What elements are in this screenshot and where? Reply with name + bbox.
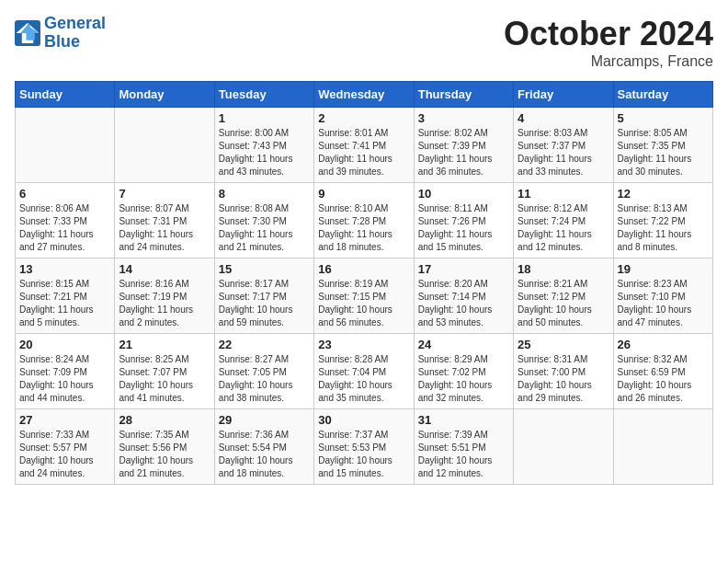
day-number: 4	[518, 111, 609, 125]
calendar-cell: 13Sunrise: 8:15 AM Sunset: 7:21 PM Dayli…	[16, 259, 115, 334]
day-number: 17	[418, 262, 509, 276]
weekday-header-row: SundayMondayTuesdayWednesdayThursdayFrid…	[16, 82, 713, 108]
cell-info: Sunrise: 8:10 AM Sunset: 7:28 PM Dayligh…	[318, 202, 409, 254]
cell-info: Sunrise: 8:17 AM Sunset: 7:17 PM Dayligh…	[219, 278, 310, 329]
day-number: 9	[318, 187, 409, 201]
weekday-header-saturday: Saturday	[613, 82, 712, 108]
day-number: 25	[518, 338, 609, 351]
calendar-week-3: 13Sunrise: 8:15 AM Sunset: 7:21 PM Dayli…	[16, 259, 713, 334]
day-number: 13	[19, 262, 110, 276]
day-number: 6	[19, 187, 110, 201]
location: Marcamps, France	[504, 53, 713, 70]
day-number: 7	[119, 187, 210, 201]
cell-info: Sunrise: 8:20 AM Sunset: 7:14 PM Dayligh…	[418, 278, 509, 329]
cell-info: Sunrise: 8:23 AM Sunset: 7:10 PM Dayligh…	[618, 278, 709, 329]
cell-info: Sunrise: 8:01 AM Sunset: 7:41 PM Dayligh…	[318, 127, 409, 178]
day-number: 16	[318, 262, 409, 276]
weekday-header-friday: Friday	[514, 82, 613, 108]
calendar-cell: 26Sunrise: 8:32 AM Sunset: 6:59 PM Dayli…	[613, 334, 712, 409]
day-number: 31	[418, 413, 509, 427]
day-number: 26	[618, 338, 709, 351]
calendar-cell: 23Sunrise: 8:28 AM Sunset: 7:04 PM Dayli…	[314, 334, 414, 409]
calendar-cell: 31Sunrise: 7:39 AM Sunset: 5:51 PM Dayli…	[414, 409, 513, 485]
day-number: 18	[518, 262, 609, 276]
day-number: 1	[219, 111, 310, 125]
cell-info: Sunrise: 7:33 AM Sunset: 5:57 PM Dayligh…	[19, 429, 110, 480]
logo-line1: General	[44, 15, 106, 33]
cell-info: Sunrise: 8:07 AM Sunset: 7:31 PM Dayligh…	[119, 202, 210, 254]
day-number: 20	[19, 338, 110, 351]
calendar-cell: 24Sunrise: 8:29 AM Sunset: 7:02 PM Dayli…	[414, 334, 513, 409]
calendar-cell: 18Sunrise: 8:21 AM Sunset: 7:12 PM Dayli…	[514, 259, 613, 334]
weekday-header-monday: Monday	[115, 82, 214, 108]
cell-info: Sunrise: 7:37 AM Sunset: 5:53 PM Dayligh…	[318, 429, 409, 480]
day-number: 12	[618, 187, 709, 201]
calendar-cell	[16, 108, 115, 183]
day-number: 28	[119, 413, 210, 427]
calendar-week-5: 27Sunrise: 7:33 AM Sunset: 5:57 PM Dayli…	[16, 409, 713, 485]
title-block: October 2024 Marcamps, France	[504, 15, 713, 70]
calendar-cell: 14Sunrise: 8:16 AM Sunset: 7:19 PM Dayli…	[115, 259, 214, 334]
calendar-cell: 17Sunrise: 8:20 AM Sunset: 7:14 PM Dayli…	[414, 259, 513, 334]
cell-info: Sunrise: 8:25 AM Sunset: 7:07 PM Dayligh…	[119, 353, 210, 405]
calendar-week-2: 6Sunrise: 8:06 AM Sunset: 7:33 PM Daylig…	[16, 183, 713, 259]
calendar-cell: 10Sunrise: 8:11 AM Sunset: 7:26 PM Dayli…	[414, 183, 513, 259]
calendar-cell: 9Sunrise: 8:10 AM Sunset: 7:28 PM Daylig…	[314, 183, 414, 259]
month-title: October 2024	[504, 15, 713, 53]
day-number: 8	[219, 187, 310, 201]
cell-info: Sunrise: 7:35 AM Sunset: 5:56 PM Dayligh…	[119, 429, 210, 480]
day-number: 23	[318, 338, 409, 351]
cell-info: Sunrise: 8:21 AM Sunset: 7:12 PM Dayligh…	[518, 278, 609, 329]
calendar-cell: 28Sunrise: 7:35 AM Sunset: 5:56 PM Dayli…	[115, 409, 214, 485]
calendar-cell: 20Sunrise: 8:24 AM Sunset: 7:09 PM Dayli…	[16, 334, 115, 409]
cell-info: Sunrise: 8:11 AM Sunset: 7:26 PM Dayligh…	[418, 202, 509, 254]
calendar-cell: 8Sunrise: 8:08 AM Sunset: 7:30 PM Daylig…	[214, 183, 313, 259]
cell-info: Sunrise: 8:06 AM Sunset: 7:33 PM Dayligh…	[19, 202, 110, 254]
calendar-cell	[613, 409, 712, 485]
cell-info: Sunrise: 8:32 AM Sunset: 6:59 PM Dayligh…	[618, 353, 709, 405]
day-number: 5	[618, 111, 709, 125]
calendar-table: SundayMondayTuesdayWednesdayThursdayFrid…	[15, 81, 713, 485]
weekday-header-sunday: Sunday	[16, 82, 115, 108]
calendar-cell: 3Sunrise: 8:02 AM Sunset: 7:39 PM Daylig…	[414, 108, 513, 183]
cell-info: Sunrise: 7:39 AM Sunset: 5:51 PM Dayligh…	[418, 429, 509, 480]
day-number: 3	[418, 111, 509, 125]
cell-info: Sunrise: 8:24 AM Sunset: 7:09 PM Dayligh…	[19, 353, 110, 405]
day-number: 15	[219, 262, 310, 276]
day-number: 29	[219, 413, 310, 427]
cell-info: Sunrise: 8:03 AM Sunset: 7:37 PM Dayligh…	[518, 127, 609, 178]
calendar-cell: 22Sunrise: 8:27 AM Sunset: 7:05 PM Dayli…	[214, 334, 313, 409]
cell-info: Sunrise: 8:27 AM Sunset: 7:05 PM Dayligh…	[219, 353, 310, 405]
cell-info: Sunrise: 8:13 AM Sunset: 7:22 PM Dayligh…	[618, 202, 709, 254]
cell-info: Sunrise: 8:00 AM Sunset: 7:43 PM Dayligh…	[219, 127, 310, 178]
cell-info: Sunrise: 8:02 AM Sunset: 7:39 PM Dayligh…	[418, 127, 509, 178]
day-number: 11	[518, 187, 609, 201]
weekday-header-wednesday: Wednesday	[314, 82, 414, 108]
cell-info: Sunrise: 7:36 AM Sunset: 5:54 PM Dayligh…	[219, 429, 310, 480]
calendar-week-4: 20Sunrise: 8:24 AM Sunset: 7:09 PM Dayli…	[16, 334, 713, 409]
logo: General Blue	[15, 15, 106, 52]
cell-info: Sunrise: 8:28 AM Sunset: 7:04 PM Dayligh…	[318, 353, 409, 405]
cell-info: Sunrise: 8:05 AM Sunset: 7:35 PM Dayligh…	[618, 127, 709, 178]
calendar-cell: 7Sunrise: 8:07 AM Sunset: 7:31 PM Daylig…	[115, 183, 214, 259]
calendar-cell: 5Sunrise: 8:05 AM Sunset: 7:35 PM Daylig…	[613, 108, 712, 183]
cell-info: Sunrise: 8:12 AM Sunset: 7:24 PM Dayligh…	[518, 202, 609, 254]
day-number: 19	[618, 262, 709, 276]
day-number: 14	[119, 262, 210, 276]
calendar-cell: 19Sunrise: 8:23 AM Sunset: 7:10 PM Dayli…	[613, 259, 712, 334]
cell-info: Sunrise: 8:16 AM Sunset: 7:19 PM Dayligh…	[119, 278, 210, 329]
calendar-cell: 2Sunrise: 8:01 AM Sunset: 7:41 PM Daylig…	[314, 108, 414, 183]
calendar-cell: 15Sunrise: 8:17 AM Sunset: 7:17 PM Dayli…	[214, 259, 313, 334]
logo-icon	[15, 20, 40, 46]
calendar-cell	[514, 409, 613, 485]
day-number: 30	[318, 413, 409, 427]
cell-info: Sunrise: 8:31 AM Sunset: 7:00 PM Dayligh…	[518, 353, 609, 405]
calendar-week-1: 1Sunrise: 8:00 AM Sunset: 7:43 PM Daylig…	[16, 108, 713, 183]
logo-line2: Blue	[44, 33, 106, 52]
calendar-cell: 6Sunrise: 8:06 AM Sunset: 7:33 PM Daylig…	[16, 183, 115, 259]
calendar-cell: 12Sunrise: 8:13 AM Sunset: 7:22 PM Dayli…	[613, 183, 712, 259]
weekday-header-tuesday: Tuesday	[214, 82, 313, 108]
day-number: 22	[219, 338, 310, 351]
calendar-cell: 27Sunrise: 7:33 AM Sunset: 5:57 PM Dayli…	[16, 409, 115, 485]
calendar-cell	[115, 108, 214, 183]
